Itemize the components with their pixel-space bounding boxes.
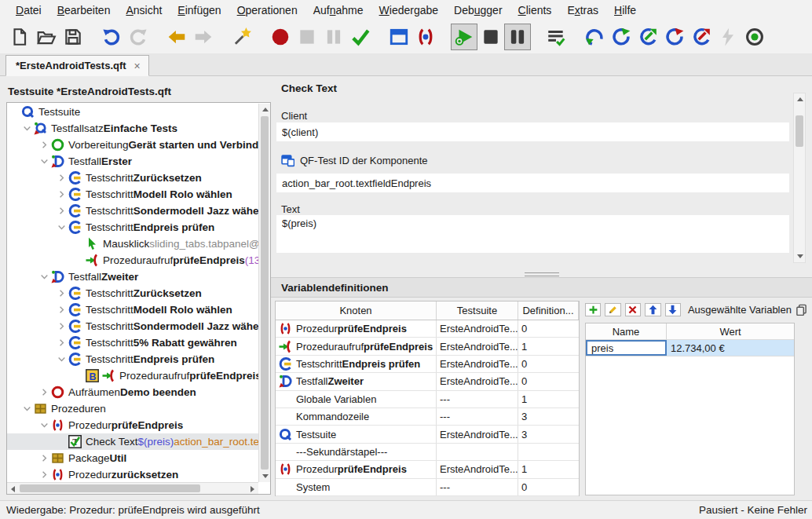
scroll-down-arrow[interactable] <box>259 470 271 482</box>
new-file-button[interactable] <box>6 24 33 50</box>
expander-closed[interactable] <box>54 305 68 315</box>
tree-item[interactable]: Prozedur prüfeEndpreis <box>7 417 258 433</box>
expander-closed[interactable] <box>54 321 68 331</box>
column-header[interactable]: Wert <box>667 323 794 339</box>
variable-row[interactable]: preis12.734,00 € <box>586 340 794 356</box>
scroll-thumb[interactable] <box>261 116 269 470</box>
add-variable-button[interactable] <box>585 303 601 316</box>
column-header[interactable]: Testsuite <box>437 302 518 320</box>
back-arrow-button[interactable] <box>163 24 190 50</box>
record-button[interactable] <box>267 24 294 50</box>
tree-item[interactable]: Testfall Zweiter <box>7 269 258 285</box>
tree-item[interactable]: Testschritt Zurücksetzen <box>7 170 258 186</box>
scroll-left-arrow[interactable] <box>7 483 19 495</box>
tree-horizontal-scrollbar[interactable] <box>7 482 258 494</box>
tree-item[interactable]: Mausklick sliding_tabs.tabpanel@FA <box>7 236 258 252</box>
lightning-button[interactable] <box>715 24 741 50</box>
tree-item[interactable]: Testschritt Endpreis prüfen <box>7 219 258 236</box>
tree-item[interactable]: Testschritt 5% Rabatt gewähren <box>7 334 258 351</box>
expander-open[interactable] <box>20 404 34 414</box>
edit-variable-button[interactable] <box>605 303 620 316</box>
horizontal-splitter[interactable] <box>271 271 812 277</box>
expander-closed[interactable] <box>37 140 51 150</box>
expander-open[interactable] <box>37 156 51 166</box>
tree-item[interactable]: Aufräumen Demo beenden <box>7 384 258 400</box>
pause-dark-button[interactable] <box>504 24 531 50</box>
expander-open[interactable] <box>54 222 68 232</box>
tree-item[interactable]: Vorbereitung Gerät starten und Verbind <box>7 137 258 153</box>
stop-light-button[interactable] <box>294 24 320 50</box>
menu-extras[interactable]: Extras <box>559 2 606 19</box>
tree-item[interactable]: TCheck Text $(preis) action_bar_root.tex <box>7 433 258 450</box>
scroll-up-arrow[interactable] <box>794 93 806 105</box>
expander-open[interactable] <box>37 420 51 430</box>
column-header[interactable]: Definition... <box>518 302 579 320</box>
tree-item[interactable]: Testschritt Zurücksetzen <box>7 285 258 302</box>
tree-item[interactable]: BProzeduraufruf prüfeEndpreis <box>7 367 258 384</box>
tree-item[interactable]: Package Util <box>7 450 258 466</box>
forward-arrow-button[interactable] <box>190 24 217 50</box>
text-input[interactable]: $(preis) <box>276 215 789 253</box>
rerun-red-button[interactable] <box>661 24 688 50</box>
expander-open[interactable] <box>54 354 68 364</box>
variable-name-cell[interactable]: preis <box>586 340 667 356</box>
expander-closed[interactable] <box>54 206 68 216</box>
tree-item[interactable]: Testschritt Sondermodell Jazz wähe <box>7 203 258 219</box>
open-file-button[interactable] <box>33 24 60 50</box>
tree-item[interactable]: Testschritt Modell Rolo wählen <box>7 186 258 203</box>
target-button[interactable] <box>741 24 768 50</box>
tree-item[interactable]: Prozeduraufruf prüfeEndpreis (13. <box>7 252 258 269</box>
menu-clients[interactable]: Clients <box>510 2 560 19</box>
step-out-green-button[interactable] <box>635 24 661 50</box>
move-down-variable-button[interactable] <box>665 303 681 316</box>
step-out-red-button[interactable] <box>688 24 715 50</box>
copy-variables-button[interactable] <box>796 304 807 316</box>
table-row[interactable]: Prozedur prüfeEndpreisErsteAndroidTe...1 <box>276 461 579 478</box>
column-header[interactable]: Name <box>586 323 667 339</box>
expander-closed[interactable] <box>37 453 51 463</box>
tree-item[interactable]: Testfallsatz Einfache Tests <box>7 120 258 137</box>
pause-light-button[interactable] <box>320 24 347 50</box>
undo-button[interactable] <box>98 24 125 50</box>
column-header[interactable]: Knoten <box>276 302 437 320</box>
scroll-thumb[interactable] <box>20 484 200 492</box>
table-row[interactable]: Prozeduraufruf prüfeEndpreisErsteAndroid… <box>276 338 579 355</box>
stop-dark-button[interactable] <box>477 24 504 50</box>
window-button[interactable] <box>386 24 412 50</box>
tree-vertical-scrollbar[interactable] <box>258 104 270 482</box>
tree-item[interactable]: Testsuite <box>7 104 258 120</box>
variable-value-cell[interactable]: 12.734,00 € <box>667 340 794 356</box>
table-row[interactable]: ---Sekundärstapel--- <box>276 444 579 461</box>
menu-aufnahme[interactable]: Aufnahme <box>305 2 371 19</box>
redo-button[interactable] <box>125 24 152 50</box>
table-row[interactable]: Globale Variablen---1 <box>276 391 579 408</box>
step-into-green-button[interactable] <box>581 24 608 50</box>
tree-item[interactable]: Testschritt Endpreis prüfen <box>7 351 258 367</box>
check-button[interactable] <box>347 24 374 50</box>
tab-erste-android-tests[interactable]: *ErsteAndroidTests.qft × <box>5 55 149 76</box>
tree-item[interactable]: Prozedur zurücksetzen <box>7 466 258 482</box>
rerun-green-button[interactable] <box>608 24 635 50</box>
detail-vertical-scrollbar[interactable] <box>793 93 806 263</box>
move-up-variable-button[interactable] <box>645 303 660 316</box>
table-row[interactable]: System---0 <box>276 479 579 496</box>
expander-closed[interactable] <box>37 470 51 480</box>
procedure-button[interactable] <box>412 24 439 50</box>
table-row[interactable]: TestsuiteErsteAndroidTe...3 <box>276 426 579 443</box>
expander-closed[interactable] <box>54 288 68 298</box>
tree-item[interactable]: Testfall Erster <box>7 153 258 170</box>
tab-close-icon[interactable]: × <box>134 62 141 70</box>
client-input[interactable] <box>276 122 789 141</box>
expander-open[interactable] <box>20 123 34 133</box>
expander-closed[interactable] <box>54 189 68 199</box>
menu-bearbeiten[interactable]: Bearbeiten <box>49 2 119 19</box>
table-row[interactable]: Testfall ZweiterErsteAndroidTe...0 <box>276 373 579 390</box>
delete-variable-button[interactable] <box>625 303 641 316</box>
list-check-button[interactable] <box>543 24 569 50</box>
menu-operationen[interactable]: Operationen <box>229 2 305 19</box>
expander-open[interactable] <box>37 272 51 282</box>
menu-datei[interactable]: Datei <box>8 2 49 19</box>
table-row[interactable]: Testschritt Endpreis prüfenErsteAndroidT… <box>276 356 579 373</box>
menu-ansicht[interactable]: Ansicht <box>118 2 170 19</box>
table-row[interactable]: Prozedur prüfeEndpreisErsteAndroidTe...0 <box>276 320 579 338</box>
